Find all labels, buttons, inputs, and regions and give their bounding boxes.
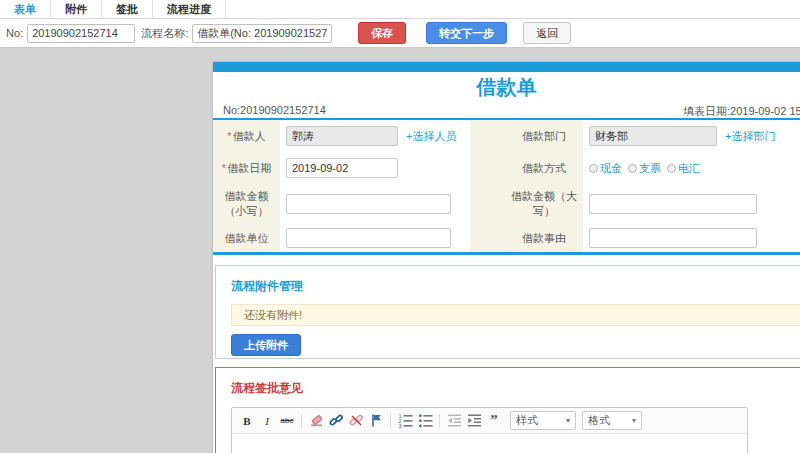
department-label: 借款部门 — [505, 129, 583, 144]
ordered-list-icon[interactable]: 1 2 3 — [396, 412, 414, 430]
back-button[interactable]: 返回 — [523, 22, 571, 44]
doc-number: No:20190902152714 — [223, 104, 326, 116]
upload-attachment-button[interactable]: 上传附件 — [231, 334, 301, 356]
chevron-down-icon: ▾ — [566, 416, 570, 425]
form-row-borrower: *借款人 +选择人员 借款部门 +选择部门 — [213, 120, 800, 152]
rich-text-editor: B I abc — [231, 407, 748, 453]
tab-attachments[interactable]: 附件 — [51, 0, 102, 18]
toolbar-separator — [439, 414, 440, 428]
form-row-date-method: *借款日期 借款方式 现金 支票 电汇 — [213, 152, 800, 184]
loan-form-table: *借款人 +选择人员 借款部门 +选择部门 *借款日期 — [213, 120, 800, 255]
amount-upper-input[interactable] — [589, 194, 757, 214]
remove-format-icon[interactable] — [307, 412, 325, 430]
required-marker: * — [222, 162, 226, 174]
approval-section: 流程签批意见 B I abc — [215, 367, 800, 453]
borrow-date-label: *借款日期 — [213, 161, 280, 176]
no-attachments-message: 还没有附件! — [231, 304, 800, 326]
svg-text:3: 3 — [398, 423, 401, 428]
unordered-list-icon[interactable] — [416, 412, 434, 430]
required-marker: * — [227, 130, 231, 142]
form-row-amounts: 借款金额（小写） 借款金额（大写） — [213, 184, 800, 224]
bold-icon[interactable]: B — [238, 412, 256, 430]
toolbar-separator — [390, 414, 391, 428]
radio-wire-label[interactable]: 电汇 — [678, 161, 700, 176]
radio-cash-label[interactable]: 现金 — [600, 161, 622, 176]
forward-next-step-button[interactable]: 转交下一步 — [426, 22, 507, 44]
editor-content-area[interactable] — [232, 434, 747, 453]
italic-icon[interactable]: I — [258, 412, 276, 430]
borrow-unit-label: 借款单位 — [213, 231, 280, 246]
radio-cheque-label[interactable]: 支票 — [639, 161, 661, 176]
form-row-unit-reason: 借款单位 借款事由 — [213, 224, 800, 252]
tab-approval[interactable]: 签批 — [102, 0, 153, 18]
process-name-label: 流程名称: — [141, 26, 188, 41]
editor-toolbar: B I abc — [232, 408, 747, 434]
link-icon[interactable] — [327, 412, 345, 430]
doc-meta-row: No:20190902152714 填表日期:2019-09-02 15:27:… — [213, 102, 800, 120]
select-department-link[interactable]: +选择部门 — [725, 129, 775, 144]
toolbar-separator — [301, 414, 302, 428]
outdent-icon[interactable] — [445, 412, 463, 430]
department-input[interactable] — [589, 126, 717, 146]
loan-form-panel: 借款单 No:20190902152714 填表日期:2019-09-02 15… — [213, 62, 800, 453]
format-dropdown[interactable]: 格式 ▾ — [582, 411, 642, 430]
radio-cheque-icon[interactable] — [628, 164, 637, 173]
amount-lower-input[interactable] — [286, 194, 451, 214]
borrow-date-input[interactable] — [286, 158, 398, 178]
attachments-section-title: 流程附件管理 — [231, 278, 800, 295]
amount-lower-label: 借款金额（小写） — [213, 189, 280, 219]
tab-process-progress[interactable]: 流程进度 — [153, 0, 226, 18]
amount-upper-label: 借款金额（大写） — [505, 189, 583, 219]
attachments-section: 流程附件管理 还没有附件! 上传附件 — [215, 265, 800, 359]
no-label: No: — [6, 27, 23, 39]
chevron-down-icon: ▾ — [632, 416, 636, 425]
tab-form[interactable]: 表单 — [0, 0, 51, 18]
approval-section-title: 流程签批意见 — [231, 380, 800, 397]
borrower-input[interactable] — [286, 126, 398, 146]
radio-cash-icon[interactable] — [589, 164, 598, 173]
borrow-method-radio-group: 现金 支票 电汇 — [589, 161, 700, 176]
borrow-reason-label: 借款事由 — [505, 231, 583, 246]
fill-date: 填表日期:2019-09-02 15:27:1 — [683, 104, 800, 119]
panel-top-accent-bar — [213, 62, 800, 72]
action-toolbar: No: 流程名称: 保存 转交下一步 返回 — [0, 19, 800, 48]
tab-bar: 表单 附件 签批 流程进度 — [0, 0, 800, 19]
no-input[interactable] — [27, 24, 135, 43]
save-button[interactable]: 保存 — [358, 22, 406, 44]
blockquote-icon[interactable]: ” — [485, 412, 503, 430]
process-name-input[interactable] — [192, 24, 332, 43]
page-title: 借款单 — [213, 72, 800, 102]
styles-dropdown[interactable]: 样式 ▾ — [510, 411, 576, 430]
borrow-method-label: 借款方式 — [505, 161, 583, 176]
unlink-icon[interactable] — [347, 412, 365, 430]
radio-wire-icon[interactable] — [667, 164, 676, 173]
indent-icon[interactable] — [465, 412, 483, 430]
anchor-flag-icon[interactable] — [367, 412, 385, 430]
borrow-unit-input[interactable] — [286, 228, 451, 248]
borrow-reason-input[interactable] — [589, 228, 757, 248]
workspace: 借款单 No:20190902152714 填表日期:2019-09-02 15… — [0, 48, 800, 452]
borrower-label: *借款人 — [213, 129, 280, 144]
select-person-link[interactable]: +选择人员 — [406, 129, 456, 144]
strikethrough-icon[interactable]: abc — [278, 412, 296, 430]
